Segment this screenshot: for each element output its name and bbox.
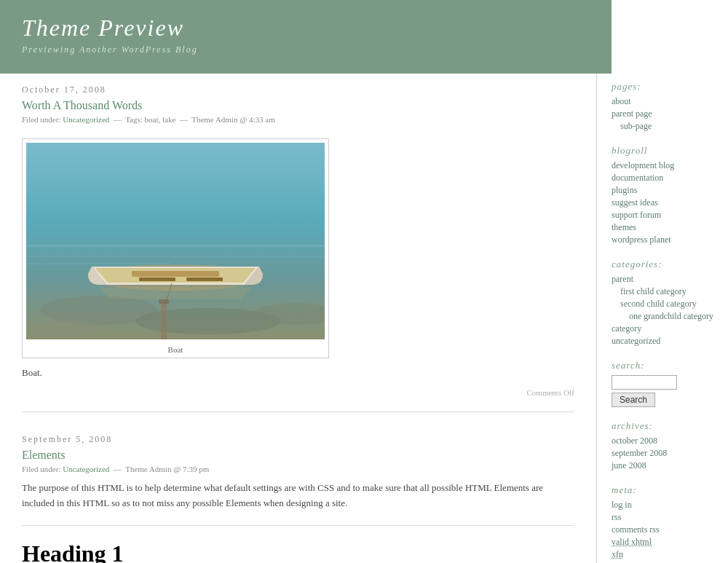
post-1-image-container: Boat xyxy=(22,138,329,358)
sidebar-blogroll-wpplanet-link[interactable]: wordpress planet xyxy=(612,235,671,245)
post-1-title-link[interactable]: Worth A Thousand Words xyxy=(22,99,142,111)
svg-rect-11 xyxy=(186,277,223,281)
sidebar-archives-section: archives: october 2008 september 2008 ju… xyxy=(612,420,717,471)
sidebar-blogroll-themes: themes xyxy=(612,222,717,233)
post-2-category-link[interactable]: Uncategorized xyxy=(63,465,109,473)
post-1-body: Boat. xyxy=(22,366,574,381)
sidebar-blogroll-support-link[interactable]: support forum xyxy=(612,210,661,220)
sidebar-blogroll-themes-link[interactable]: themes xyxy=(612,222,636,232)
sidebar-page-subpage: sub-page xyxy=(612,121,717,132)
post-1-filed-label: Filed under: xyxy=(22,115,60,124)
svg-rect-9 xyxy=(132,271,219,277)
svg-point-4 xyxy=(26,320,99,337)
sidebar-cat-category-link[interactable]: category xyxy=(612,323,641,334)
sidebar-meta-list: log in rss comments rss valid xhtml xfn … xyxy=(612,500,717,563)
sidebar-blogroll-list: development blog documentation plugins s… xyxy=(612,160,717,245)
sidebar-cat-uncategorized: uncategorized xyxy=(612,336,717,347)
sidebar-blogroll-support: support forum xyxy=(612,210,717,221)
sidebar-meta-rss-link[interactable]: rss xyxy=(612,512,621,522)
sidebar-categories-list: parent first child category second child… xyxy=(612,274,717,347)
post-1: October 17, 2008 Worth A Thousand Words … xyxy=(22,84,574,412)
sidebar-search-section: search: Search xyxy=(612,360,717,407)
sidebar-cat-parent: parent xyxy=(612,274,717,285)
post-2-filed-label: Filed under: xyxy=(22,465,60,473)
sidebar-meta-login: log in xyxy=(612,500,717,511)
sidebar-meta-login-link[interactable]: log in xyxy=(612,500,632,510)
svg-rect-6 xyxy=(26,256,325,257)
post-1-date: October 17, 2008 xyxy=(22,84,574,95)
sidebar-meta-heading: meta: xyxy=(612,484,717,496)
post-1-comments: Comments Off xyxy=(22,388,574,397)
post-2-title: Elements xyxy=(22,449,574,462)
sidebar-meta-comments-rss-link[interactable]: comments rss xyxy=(612,524,660,535)
sidebar-archive-sep2008: september 2008 xyxy=(612,448,717,459)
sidebar-archives-heading: archives: xyxy=(612,420,717,432)
site-subtitle: Previewing Another WordPress Blog xyxy=(22,44,590,55)
post-1-title: Worth A Thousand Words xyxy=(22,99,574,112)
sidebar-blogroll-docs-link[interactable]: documentation xyxy=(612,173,663,183)
sidebar-page-parent: parent page xyxy=(612,109,717,119)
post-1-meta: Filed under: Uncategorized — Tags: boat,… xyxy=(22,115,574,124)
sidebar-blogroll-devblog: development blog xyxy=(612,160,717,171)
boat-svg xyxy=(26,143,325,339)
sidebar-archive-oct2008-link[interactable]: october 2008 xyxy=(612,436,657,446)
sidebar-pages-list: about parent page sub-page xyxy=(612,96,717,132)
search-input[interactable] xyxy=(612,375,677,390)
sidebar-blogroll-wpplanet: wordpress planet xyxy=(612,235,717,245)
sidebar-meta-comments-rss: comments rss xyxy=(612,524,717,535)
sidebar-meta-section: meta: log in rss comments rss valid xhtm… xyxy=(612,484,717,563)
search-button[interactable]: Search xyxy=(612,393,655,407)
sidebar-blogroll-heading: blogroll xyxy=(612,145,717,157)
sidebar-cat-first-child: first child category xyxy=(612,286,717,297)
sidebar-cat-uncategorized-link[interactable]: uncategorized xyxy=(612,336,660,346)
sidebar-cat-second-child-link[interactable]: second child category xyxy=(620,299,697,309)
post-2-author: Theme Admin @ 7:39 pm xyxy=(125,465,209,473)
sidebar-blogroll-section: blogroll development blog documentation … xyxy=(612,145,717,245)
sidebar-page-about: about xyxy=(612,96,717,107)
sidebar-archive-oct2008: october 2008 xyxy=(612,436,717,446)
sidebar-cat-category: category xyxy=(612,323,717,334)
sidebar-blogroll-plugins-link[interactable]: plugins xyxy=(612,185,637,195)
post-1-body-text: Boat. xyxy=(22,366,574,381)
post-1-image xyxy=(26,143,325,339)
post-2-title-link[interactable]: Elements xyxy=(22,449,66,461)
sidebar-cat-grandchild-link[interactable]: one grandchild category xyxy=(629,311,713,321)
sidebar-page-parent-link[interactable]: parent page xyxy=(612,109,652,119)
page-wrapper: Theme Preview Previewing Another WordPre… xyxy=(0,0,728,563)
site-title: Theme Preview xyxy=(22,15,590,42)
sidebar-blogroll-docs: documentation xyxy=(612,173,717,184)
sidebar-blogroll-devblog-link[interactable]: development blog xyxy=(612,160,674,170)
post-1-tags: Tags: boat, lake xyxy=(125,115,175,124)
sidebar-meta-xfn-link[interactable]: xfn xyxy=(612,549,623,559)
sidebar-meta-xhtml: valid xhtml xyxy=(612,537,717,548)
post-2-body: The purpose of this HTML is to help dete… xyxy=(22,481,574,511)
sidebar-page-subpage-link[interactable]: sub-page xyxy=(620,121,652,131)
sidebar-archive-jun2008: june 2008 xyxy=(612,460,717,471)
sidebar-meta-rss: rss xyxy=(612,512,717,523)
sidebar-cat-parent-link[interactable]: parent xyxy=(612,274,633,284)
post-2-meta: Filed under: Uncategorized — Theme Admin… xyxy=(22,465,574,473)
sidebar-meta-xhtml-link[interactable]: valid xhtml xyxy=(612,537,652,547)
sidebar-cat-second-child: second child category xyxy=(612,299,717,310)
sidebar-pages-section: pages: about parent page sub-page xyxy=(612,81,717,132)
sidebar-blogroll-suggest-link[interactable]: suggest ideas xyxy=(612,197,658,208)
svg-rect-10 xyxy=(139,277,175,281)
post-2-date: September 5, 2008 xyxy=(22,434,574,445)
sidebar-categories-heading: categories: xyxy=(612,259,717,270)
sidebar-archive-sep2008-link[interactable]: september 2008 xyxy=(612,448,667,458)
sidebar-pages-heading: pages: xyxy=(612,81,717,92)
sidebar-blogroll-plugins: plugins xyxy=(612,185,717,196)
sidebar-cat-first-child-link[interactable]: first child category xyxy=(620,286,687,296)
sidebar-search-heading: search: xyxy=(612,360,717,371)
sidebar-page-about-link[interactable]: about xyxy=(612,96,631,106)
post-1-category-link[interactable]: Uncategorized xyxy=(63,115,109,124)
post-2: September 5, 2008 Elements Filed under: … xyxy=(22,434,574,563)
sidebar-meta-xfn: xfn xyxy=(612,549,717,560)
svg-rect-14 xyxy=(159,299,169,304)
sidebar-archive-jun2008-link[interactable]: june 2008 xyxy=(612,460,646,471)
post-1-author: Theme Admin @ 4:33 am xyxy=(191,115,275,124)
svg-rect-13 xyxy=(161,303,167,339)
sidebar-categories-section: categories: parent first child category … xyxy=(612,259,717,347)
main-content: October 17, 2008 Worth A Thousand Words … xyxy=(0,74,597,563)
post-1-image-caption: Boat xyxy=(23,345,328,354)
